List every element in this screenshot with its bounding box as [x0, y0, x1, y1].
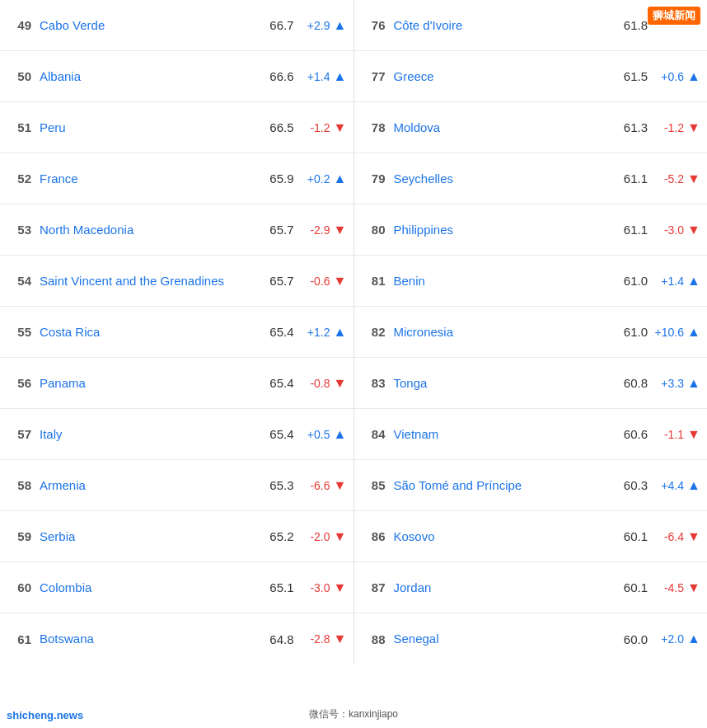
rank-number: 77 [361, 69, 386, 83]
country-name: Senegal [394, 631, 617, 647]
table-row: 57Italy65.4+0.5▲ [0, 409, 354, 460]
rank-number: 52 [7, 171, 31, 186]
score-value: 65.7 [263, 274, 294, 288]
country-name: Panama [40, 375, 263, 392]
table-row: 60Colombia65.1-3.0▼ [0, 562, 354, 613]
score-value: 61.8 [616, 18, 648, 32]
table-row: 53North Macedonia65.7-2.9▼ [0, 204, 354, 256]
arrow-down-icon: ▼ [334, 120, 347, 135]
arrow-down-icon: ▼ [687, 171, 700, 186]
change-value: -6.6 [299, 479, 330, 492]
rank-number: 58 [7, 478, 31, 492]
score-value: 65.4 [263, 427, 294, 441]
table-row: 83Tonga60.8+3.3▲ [354, 358, 708, 409]
score-value: 65.2 [263, 529, 294, 543]
score-value: 60.6 [616, 427, 648, 441]
country-name: Colombia [40, 580, 263, 596]
table-row: 85São Tomé and Príncipe60.3+4.4▲ [354, 460, 708, 511]
arrow-down-icon: ▼ [687, 529, 700, 544]
rank-number: 53 [7, 223, 31, 237]
change-value: +0.5 [299, 428, 330, 441]
score-value: 66.7 [263, 18, 294, 32]
table-row: 80Philippines61.1-3.0▼ [354, 204, 708, 256]
rank-number: 60 [7, 580, 31, 594]
country-name: North Macedonia [40, 222, 263, 238]
change-value: +4.4 [653, 479, 684, 492]
score-value: 64.8 [263, 632, 294, 646]
change-value: -1.2 [653, 121, 684, 134]
country-name: Benin [394, 273, 617, 289]
rank-number: 61 [7, 632, 31, 646]
rank-number: 56 [7, 376, 31, 390]
rank-number: 78 [361, 120, 386, 134]
change-value: -2.8 [299, 632, 330, 646]
arrow-up-icon: ▲ [334, 69, 347, 84]
watermark-bottom-left: shicheng.news [7, 709, 83, 721]
arrow-down-icon: ▼ [334, 223, 347, 237]
rank-number: 80 [361, 223, 386, 237]
rank-number: 51 [7, 120, 31, 134]
arrow-down-icon: ▼ [334, 529, 347, 544]
arrow-down-icon: ▼ [687, 120, 700, 135]
table-row: 86Kosovo60.1-6.4▼ [354, 511, 708, 562]
rank-number: 55 [7, 325, 31, 339]
country-name: Peru [40, 120, 263, 136]
score-value: 66.6 [263, 69, 294, 83]
arrow-up-icon: ▲ [334, 427, 347, 442]
country-name: Costa Rica [40, 324, 263, 341]
change-value: +3.3 [653, 377, 684, 390]
country-name: Saint Vincent and the Grenadines [40, 273, 263, 289]
arrow-down-icon: ▼ [334, 376, 347, 391]
score-value: 61.1 [616, 171, 648, 186]
country-name: Philippines [394, 222, 617, 238]
arrow-down-icon: ▼ [687, 580, 700, 595]
rank-number: 49 [7, 18, 31, 32]
score-value: 61.0 [616, 325, 648, 339]
rank-number: 54 [7, 274, 31, 288]
change-value: +2.0 [653, 632, 684, 646]
table-row: 81Benin61.0+1.4▲ [354, 256, 708, 307]
change-value: +2.9 [299, 19, 330, 32]
change-value: -0.8 [299, 377, 330, 390]
table-row: 52France65.9+0.2▲ [0, 153, 354, 204]
rankings-table: 49Cabo Verde66.7+2.9▲50Albania66.6+1.4▲5… [0, 0, 707, 665]
arrow-down-icon: ▼ [687, 427, 700, 442]
country-name: Greece [394, 68, 617, 85]
change-value: -3.0 [299, 581, 330, 594]
change-value: -3.0 [653, 223, 684, 237]
arrow-up-icon: ▲ [687, 632, 700, 646]
change-value: -4.5 [653, 581, 684, 594]
country-name: Armenia [40, 477, 263, 494]
country-name: Cabo Verde [40, 17, 263, 34]
arrow-up-icon: ▲ [334, 171, 347, 186]
rank-number: 81 [361, 274, 386, 288]
rank-number: 86 [361, 529, 386, 543]
table-row: 61Botswana64.8-2.8▼ [0, 613, 354, 665]
table-row: 87Jordan60.1-4.5▼ [354, 562, 708, 613]
arrow-up-icon: ▲ [687, 69, 700, 84]
arrow-down-icon: ▼ [334, 632, 347, 646]
country-name: Moldova [394, 120, 617, 136]
change-value: -6.4 [653, 530, 684, 543]
table-row: 51Peru66.5-1.2▼ [0, 102, 354, 153]
country-name: São Tomé and Príncipe [394, 477, 617, 494]
rank-number: 88 [361, 632, 386, 646]
arrow-up-icon: ▲ [687, 478, 700, 493]
change-value: +1.4 [299, 70, 330, 83]
arrow-up-icon: ▲ [687, 325, 700, 340]
arrow-up-icon: ▲ [687, 274, 700, 289]
score-value: 65.7 [263, 223, 294, 237]
score-value: 65.4 [263, 376, 294, 390]
table-row: 79Seychelles61.1-5.2▼ [354, 153, 708, 204]
arrow-up-icon: ▲ [334, 325, 347, 340]
country-name: Micronesia [394, 324, 617, 341]
rank-number: 84 [361, 427, 386, 441]
arrow-down-icon: ▼ [334, 478, 347, 493]
change-value: -5.2 [653, 172, 684, 186]
score-value: 60.8 [616, 376, 648, 390]
rank-number: 83 [361, 376, 386, 390]
table-row: 59Serbia65.2-2.0▼ [0, 511, 354, 562]
score-value: 60.3 [616, 478, 648, 492]
country-name: Albania [40, 68, 263, 85]
rank-number: 79 [361, 171, 386, 186]
